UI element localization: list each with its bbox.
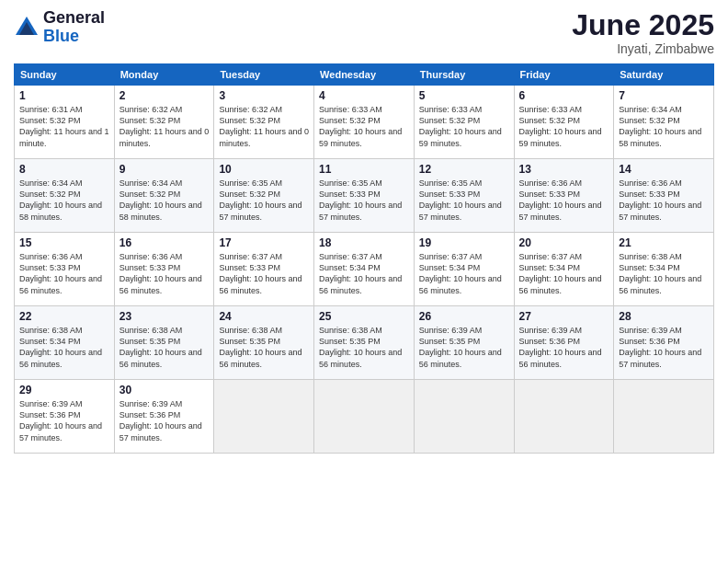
daylight-label: Daylight: 11 hours and 0 minutes. <box>119 127 210 147</box>
header-row: Sunday Monday Tuesday Wednesday Thursday… <box>15 64 714 86</box>
sunset-label: Sunset: 5:32 PM <box>19 190 81 199</box>
sunrise-label: Sunrise: 6:37 AM <box>519 252 583 261</box>
table-row: 19 Sunrise: 6:37 AM Sunset: 5:34 PM Dayl… <box>414 233 514 306</box>
table-row <box>514 380 614 454</box>
table-row: 27 Sunrise: 6:39 AM Sunset: 5:36 PM Dayl… <box>514 306 614 380</box>
day-number: 29 <box>19 384 109 396</box>
day-number: 30 <box>119 384 210 396</box>
col-thursday: Thursday <box>414 64 514 86</box>
sunset-label: Sunset: 5:36 PM <box>619 337 680 346</box>
sunset-label: Sunset: 5:33 PM <box>119 263 181 272</box>
day-info: Sunrise: 6:31 AM Sunset: 5:32 PM Dayligh… <box>19 104 109 149</box>
day-info: Sunrise: 6:34 AM Sunset: 5:32 PM Dayligh… <box>619 104 709 149</box>
logo: General Blue <box>14 9 105 46</box>
table-row: 13 Sunrise: 6:36 AM Sunset: 5:33 PM Dayl… <box>514 159 614 233</box>
table-row: 15 Sunrise: 6:36 AM Sunset: 5:33 PM Dayl… <box>15 233 115 306</box>
day-number: 9 <box>119 163 210 176</box>
sunrise-label: Sunrise: 6:36 AM <box>19 252 83 261</box>
daylight-label: Daylight: 10 hours and 56 minutes. <box>19 274 102 294</box>
sunset-label: Sunset: 5:34 PM <box>19 337 81 346</box>
daylight-label: Daylight: 10 hours and 57 minutes. <box>319 201 402 221</box>
daylight-label: Daylight: 10 hours and 57 minutes. <box>619 348 701 368</box>
table-row <box>614 380 714 454</box>
day-number: 2 <box>119 89 210 102</box>
sunset-label: Sunset: 5:33 PM <box>219 263 280 272</box>
day-info: Sunrise: 6:32 AM Sunset: 5:32 PM Dayligh… <box>219 104 309 149</box>
day-info: Sunrise: 6:37 AM Sunset: 5:34 PM Dayligh… <box>419 251 509 296</box>
page: General Blue June 2025 Inyati, Zimbabwe … <box>0 0 728 563</box>
table-row: 25 Sunrise: 6:38 AM Sunset: 5:35 PM Dayl… <box>314 306 415 380</box>
day-number: 20 <box>519 236 609 249</box>
sunrise-label: Sunrise: 6:39 AM <box>419 326 483 335</box>
sunset-label: Sunset: 5:32 PM <box>519 116 581 125</box>
daylight-label: Daylight: 10 hours and 57 minutes. <box>419 201 502 221</box>
table-row: 14 Sunrise: 6:36 AM Sunset: 5:33 PM Dayl… <box>614 159 714 233</box>
day-info: Sunrise: 6:32 AM Sunset: 5:32 PM Dayligh… <box>119 104 210 149</box>
sunrise-label: Sunrise: 6:36 AM <box>119 252 183 261</box>
table-row <box>414 380 514 454</box>
day-number: 13 <box>519 163 609 176</box>
table-row: 23 Sunrise: 6:38 AM Sunset: 5:35 PM Dayl… <box>114 306 214 380</box>
day-info: Sunrise: 6:38 AM Sunset: 5:35 PM Dayligh… <box>319 325 409 370</box>
day-number: 15 <box>19 236 109 249</box>
sunset-label: Sunset: 5:33 PM <box>419 190 481 199</box>
day-info: Sunrise: 6:39 AM Sunset: 5:36 PM Dayligh… <box>19 398 109 443</box>
day-info: Sunrise: 6:35 AM Sunset: 5:32 PM Dayligh… <box>219 178 309 223</box>
day-number: 21 <box>619 236 709 249</box>
table-row: 26 Sunrise: 6:39 AM Sunset: 5:35 PM Dayl… <box>414 306 514 380</box>
sunset-label: Sunset: 5:34 PM <box>419 263 481 272</box>
day-number: 25 <box>319 310 409 323</box>
sunset-label: Sunset: 5:32 PM <box>319 116 381 125</box>
daylight-label: Daylight: 11 hours and 1 minute. <box>19 127 109 147</box>
daylight-label: Daylight: 10 hours and 56 minutes. <box>19 348 102 368</box>
sunrise-label: Sunrise: 6:39 AM <box>119 399 183 408</box>
sunset-label: Sunset: 5:36 PM <box>519 337 581 346</box>
day-number: 28 <box>619 310 709 323</box>
sunset-label: Sunset: 5:35 PM <box>119 337 181 346</box>
table-row: 5 Sunrise: 6:33 AM Sunset: 5:32 PM Dayli… <box>414 86 514 159</box>
sunrise-label: Sunrise: 6:39 AM <box>519 326 583 335</box>
day-number: 26 <box>419 310 509 323</box>
sunrise-label: Sunrise: 6:36 AM <box>619 178 682 188</box>
sunset-label: Sunset: 5:32 PM <box>619 116 680 125</box>
day-info: Sunrise: 6:39 AM Sunset: 5:35 PM Dayligh… <box>419 325 509 370</box>
day-info: Sunrise: 6:34 AM Sunset: 5:32 PM Dayligh… <box>119 178 210 223</box>
sunset-label: Sunset: 5:32 PM <box>119 116 181 125</box>
sunrise-label: Sunrise: 6:33 AM <box>519 105 583 114</box>
day-number: 1 <box>19 89 109 102</box>
day-info: Sunrise: 6:35 AM Sunset: 5:33 PM Dayligh… <box>419 178 509 223</box>
day-info: Sunrise: 6:39 AM Sunset: 5:36 PM Dayligh… <box>519 325 609 370</box>
sunrise-label: Sunrise: 6:39 AM <box>19 399 83 408</box>
daylight-label: Daylight: 10 hours and 58 minutes. <box>19 201 102 221</box>
col-monday: Monday <box>114 64 214 86</box>
table-row: 2 Sunrise: 6:32 AM Sunset: 5:32 PM Dayli… <box>114 86 214 159</box>
sunset-label: Sunset: 5:34 PM <box>319 263 381 272</box>
day-info: Sunrise: 6:33 AM Sunset: 5:32 PM Dayligh… <box>319 104 409 149</box>
day-info: Sunrise: 6:38 AM Sunset: 5:34 PM Dayligh… <box>619 251 709 296</box>
col-saturday: Saturday <box>614 64 714 86</box>
day-number: 3 <box>219 89 309 102</box>
day-info: Sunrise: 6:38 AM Sunset: 5:34 PM Dayligh… <box>19 325 109 370</box>
table-row: 28 Sunrise: 6:39 AM Sunset: 5:36 PM Dayl… <box>614 306 714 380</box>
daylight-label: Daylight: 10 hours and 56 minutes. <box>219 274 301 294</box>
sunrise-label: Sunrise: 6:34 AM <box>619 105 682 114</box>
table-row: 3 Sunrise: 6:32 AM Sunset: 5:32 PM Dayli… <box>214 86 314 159</box>
day-number: 12 <box>419 163 509 176</box>
day-info: Sunrise: 6:37 AM Sunset: 5:34 PM Dayligh… <box>519 251 609 296</box>
daylight-label: Daylight: 10 hours and 56 minutes. <box>319 348 402 368</box>
sunrise-label: Sunrise: 6:38 AM <box>219 326 282 335</box>
day-number: 11 <box>319 163 409 176</box>
sunrise-label: Sunrise: 6:36 AM <box>519 178 583 188</box>
daylight-label: Daylight: 10 hours and 56 minutes. <box>619 274 701 294</box>
table-row: 1 Sunrise: 6:31 AM Sunset: 5:32 PM Dayli… <box>15 86 115 159</box>
logo-text: General Blue <box>43 9 105 46</box>
daylight-label: Daylight: 11 hours and 0 minutes. <box>219 127 309 147</box>
sunrise-label: Sunrise: 6:33 AM <box>319 105 382 114</box>
day-number: 7 <box>619 89 709 102</box>
daylight-label: Daylight: 10 hours and 57 minutes. <box>619 201 701 221</box>
sunrise-label: Sunrise: 6:32 AM <box>219 105 282 114</box>
table-row: 10 Sunrise: 6:35 AM Sunset: 5:32 PM Dayl… <box>214 159 314 233</box>
sunset-label: Sunset: 5:35 PM <box>419 337 481 346</box>
calendar-body: 1 Sunrise: 6:31 AM Sunset: 5:32 PM Dayli… <box>15 86 714 454</box>
table-row: 24 Sunrise: 6:38 AM Sunset: 5:35 PM Dayl… <box>214 306 314 380</box>
